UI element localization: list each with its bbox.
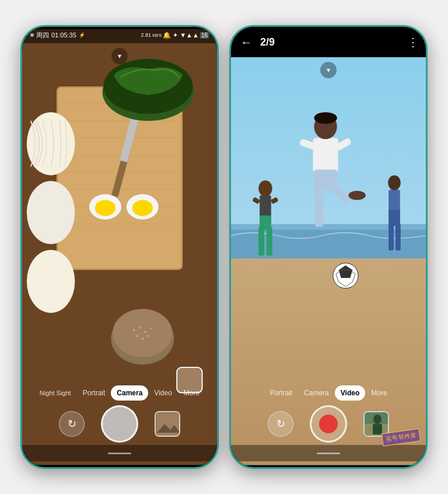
mode-tabs-1: Night Sight Portrait Camera Video More bbox=[22, 385, 217, 401]
tab-video-2[interactable]: Video bbox=[335, 385, 365, 401]
svg-rect-34 bbox=[157, 413, 180, 437]
tab-video-1[interactable]: Video bbox=[148, 385, 177, 401]
chevron-down-2[interactable]: ▾ bbox=[320, 62, 337, 78]
phone-1-frame: 周四 01:05:35 ⚡ 2.81 KB/S 🔔 ✦ ▼▲▲ 16 ▾ bbox=[20, 25, 219, 469]
svg-point-28 bbox=[136, 335, 138, 337]
flip-icon-1: ↻ bbox=[68, 418, 76, 430]
phone-2-screen: 周四 01:05:40 ⚡ 2.09 KB/S 🔔 ✦ ▼▲▲ 16 ← 2/9… bbox=[231, 27, 426, 467]
mode-tabs-2: Portrait Camera Video More bbox=[231, 385, 426, 401]
status-right-1: 2.81 KB/S 🔔 ✦ ▼▲▲ 16 bbox=[141, 32, 209, 39]
svg-rect-52 bbox=[315, 187, 323, 227]
svg-point-29 bbox=[141, 338, 144, 340]
svg-rect-63 bbox=[388, 223, 394, 251]
tab-portrait-1[interactable]: Portrait bbox=[77, 385, 111, 401]
status-bolt-1: ⚡ bbox=[79, 32, 85, 38]
tab-camera-1[interactable]: Camera bbox=[111, 385, 148, 401]
status-time-1: 周四 bbox=[36, 31, 49, 40]
svg-point-54 bbox=[348, 191, 365, 200]
svg-point-23 bbox=[113, 309, 172, 357]
svg-point-30 bbox=[147, 335, 149, 337]
status-left-1: 周四 01:05:35 ⚡ bbox=[30, 31, 85, 40]
nav-bar-2 bbox=[231, 445, 426, 461]
svg-rect-48 bbox=[313, 138, 338, 172]
chevron-icon-1: ▾ bbox=[118, 52, 121, 60]
tab-more-2[interactable]: More bbox=[365, 385, 393, 401]
svg-point-43 bbox=[258, 180, 272, 197]
tab-camera-2[interactable]: Camera bbox=[298, 385, 335, 401]
svg-rect-44 bbox=[258, 227, 264, 256]
status-speed-1: 2.81 bbox=[141, 32, 152, 38]
photo-counter: 2/9 bbox=[260, 36, 401, 48]
flip-icon-2: ↻ bbox=[276, 418, 285, 430]
svg-point-19 bbox=[132, 200, 153, 216]
tab-nightsight[interactable]: Night Sight bbox=[34, 386, 77, 400]
controls-2: Portrait Camera Video More ↻ bbox=[231, 385, 426, 467]
svg-point-17 bbox=[95, 200, 116, 216]
status-bar-1: 周四 01:05:35 ⚡ 2.81 KB/S 🔔 ✦ ▼▲▲ 16 bbox=[22, 27, 217, 43]
stamp-text: 买号 软件库 bbox=[386, 432, 417, 442]
svg-point-26 bbox=[144, 331, 146, 333]
controls-1: Night Sight Portrait Camera Video More ↻ bbox=[22, 385, 217, 467]
phone-1: 周四 01:05:35 ⚡ 2.81 KB/S 🔔 ✦ ▼▲▲ 16 ▾ bbox=[20, 25, 219, 469]
phone-2-frame: 周四 01:05:40 ⚡ 2.09 KB/S 🔔 ✦ ▼▲▲ 16 ← 2/9… bbox=[229, 25, 428, 469]
gallery-thumb-1[interactable] bbox=[155, 411, 180, 437]
svg-point-27 bbox=[150, 328, 152, 330]
svg-point-62 bbox=[388, 175, 401, 190]
nav-bar-1 bbox=[22, 445, 217, 461]
status-icons-1: 🔔 ✦ ▼▲▲ bbox=[163, 32, 199, 39]
nav-indicator-1 bbox=[108, 453, 131, 454]
svg-rect-45 bbox=[267, 227, 272, 256]
svg-rect-64 bbox=[396, 223, 401, 251]
svg-rect-68 bbox=[373, 424, 382, 434]
flip-camera-btn-1[interactable]: ↻ bbox=[59, 411, 85, 437]
viewer-header: ← 2/9 ⋮ bbox=[231, 27, 426, 57]
tab-portrait-2[interactable]: Portrait bbox=[264, 385, 298, 401]
svg-point-25 bbox=[138, 326, 141, 329]
phone-2: 周四 01:05:40 ⚡ 2.09 KB/S 🔔 ✦ ▼▲▲ 16 ← 2/9… bbox=[229, 25, 428, 469]
svg-point-13 bbox=[27, 250, 75, 313]
record-dot bbox=[319, 415, 338, 433]
status-dot-1 bbox=[30, 33, 34, 37]
svg-point-51 bbox=[314, 112, 337, 124]
record-btn[interactable] bbox=[310, 405, 347, 443]
status-battery-1: 16 bbox=[200, 32, 209, 39]
chevron-down-1[interactable]: ▾ bbox=[111, 48, 128, 64]
nav-indicator-2 bbox=[317, 453, 340, 454]
shutter-btn-1[interactable] bbox=[101, 405, 138, 443]
svg-point-24 bbox=[133, 329, 135, 331]
more-options-btn[interactable]: ⋮ bbox=[407, 35, 419, 49]
camera-controls-1: ↻ bbox=[22, 405, 217, 443]
chevron-icon-2: ▾ bbox=[327, 66, 330, 74]
status-clock-1: 01:05:35 bbox=[51, 32, 76, 39]
svg-point-12 bbox=[27, 181, 75, 244]
status-unit-1: KB/S bbox=[152, 33, 162, 37]
tab-more-1[interactable]: More bbox=[178, 385, 205, 401]
back-button[interactable]: ← bbox=[238, 33, 254, 51]
svg-point-67 bbox=[373, 415, 382, 424]
flip-camera-btn-2[interactable]: ↻ bbox=[268, 411, 293, 437]
phone-1-screen: 周四 01:05:35 ⚡ 2.81 KB/S 🔔 ✦ ▼▲▲ 16 ▾ bbox=[22, 27, 217, 467]
